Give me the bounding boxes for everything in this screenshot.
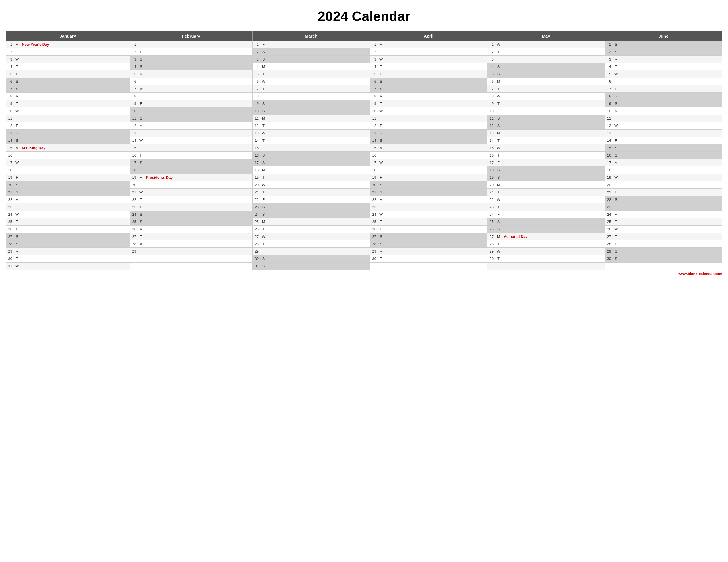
- table-row: 9T9F9S9T9T9S: [6, 100, 722, 107]
- jan-day-event: [20, 100, 130, 107]
- apr-day-event: [384, 130, 487, 137]
- jun-day-event: [619, 122, 722, 130]
- jan-day-event: [20, 255, 130, 263]
- feb-day-letter: S: [138, 211, 144, 218]
- jan-day-event: [20, 167, 130, 174]
- feb-day-num: 7: [130, 85, 138, 93]
- apr-day-num: 4: [370, 63, 378, 71]
- may-day-event: [502, 78, 605, 85]
- may-day-letter: W: [495, 93, 502, 100]
- jun-day-letter: F: [613, 189, 619, 196]
- mar-day-num: 14: [252, 137, 260, 144]
- mar-day-letter: M: [260, 218, 267, 226]
- feb-day-event: [144, 263, 253, 270]
- apr-day-letter: T: [378, 63, 384, 71]
- jan-day-num: 16: [6, 152, 14, 159]
- feb-day-letter: S: [138, 107, 144, 115]
- feb-day-letter: T: [138, 181, 144, 189]
- apr-day-num: 18: [370, 167, 378, 174]
- table-row: 13S13T13W13S13M13T: [6, 130, 722, 137]
- mar-day-letter: S: [260, 159, 267, 167]
- jun-day-event: [619, 204, 722, 211]
- table-row: 4T4S4M4T4S4T: [6, 63, 722, 71]
- apr-day-letter: M: [378, 248, 384, 255]
- mar-day-event: [267, 167, 370, 174]
- jan-day-letter: S: [14, 78, 20, 85]
- apr-day-event: [384, 93, 487, 100]
- feb-day-letter: T: [138, 130, 144, 137]
- may-day-num: 13: [487, 130, 495, 137]
- apr-day-letter: W: [378, 56, 384, 63]
- jan-day-event: [20, 48, 130, 56]
- feb-day-num: 12: [130, 122, 138, 130]
- jan-day-letter: M: [14, 144, 20, 152]
- table-row: 28S28W28T28S28T28F: [6, 241, 722, 248]
- mar-day-num: 19: [252, 174, 260, 181]
- feb-day-event: [144, 226, 253, 233]
- jan-day-num: 12: [6, 122, 14, 130]
- feb-day-num: 17: [130, 159, 138, 167]
- mar-day-num: 24: [252, 211, 260, 218]
- jan-day-event: [20, 107, 130, 115]
- feb-day-num: 15: [130, 144, 138, 152]
- apr-day-letter: S: [378, 85, 384, 93]
- apr-day-num: 20: [370, 181, 378, 189]
- mar-day-letter: W: [260, 130, 267, 137]
- jun-day-num: 26: [605, 226, 613, 233]
- mar-day-num: 21: [252, 189, 260, 196]
- jun-day-event: [619, 100, 722, 107]
- feb-day-letter: S: [138, 218, 144, 226]
- month-header-row: January February March April May June: [6, 31, 722, 41]
- mar-day-num: 25: [252, 218, 260, 226]
- mar-day-event: [267, 174, 370, 181]
- feb-day-event: [144, 255, 253, 263]
- jun-day-num: 15: [605, 144, 613, 152]
- jan-day-letter: W: [14, 56, 20, 63]
- feb-day-num: [130, 255, 138, 263]
- mar-day-letter: S: [260, 152, 267, 159]
- may-day-num: 4: [487, 63, 495, 71]
- table-row: 2T2F2S2T2T2S: [6, 48, 722, 56]
- jun-day-num: 6: [605, 78, 613, 85]
- jan-day-letter: M: [14, 41, 20, 48]
- may-day-num: 2: [487, 48, 495, 56]
- apr-day-event: [384, 167, 487, 174]
- mar-day-letter: S: [260, 48, 267, 56]
- mar-day-event: [267, 71, 370, 78]
- feb-day-letter: F: [138, 48, 144, 56]
- jun-day-num: 3: [605, 56, 613, 63]
- table-row: 22M22T22F22M22W22S: [6, 196, 722, 204]
- may-day-event: [502, 204, 605, 211]
- jan-day-num: 15: [6, 144, 14, 152]
- jun-day-letter: W: [613, 226, 619, 233]
- jan-day-letter: S: [14, 181, 20, 189]
- mar-day-letter: T: [260, 226, 267, 233]
- mar-day-letter: S: [260, 56, 267, 63]
- table-row: 26F26M26T26F26S26W: [6, 226, 722, 233]
- table-row: 20S20T20W20S20M20T: [6, 181, 722, 189]
- jun-day-event: [619, 115, 722, 122]
- jun-day-event: [619, 137, 722, 144]
- may-day-event: [502, 263, 605, 270]
- jun-day-num: 7: [605, 85, 613, 93]
- jun-day-event: [619, 174, 722, 181]
- jan-day-event: [20, 152, 130, 159]
- jan-day-event: [20, 248, 130, 255]
- page-title: 2024 Calendar: [6, 9, 722, 24]
- feb-day-letter: S: [138, 115, 144, 122]
- mar-day-event: [267, 144, 370, 152]
- mar-day-num: 31: [252, 263, 260, 270]
- apr-day-letter: T: [378, 152, 384, 159]
- apr-day-letter: [378, 263, 384, 270]
- feb-day-letter: M: [138, 226, 144, 233]
- apr-day-letter: M: [378, 196, 384, 204]
- may-day-event: [502, 218, 605, 226]
- jun-day-num: 16: [605, 152, 613, 159]
- feb-day-num: 10: [130, 107, 138, 115]
- apr-day-letter: T: [378, 100, 384, 107]
- jun-day-num: 28: [605, 241, 613, 248]
- table-row: 30T30S30T30T30S: [6, 255, 722, 263]
- jan-day-num: 24: [6, 211, 14, 218]
- may-day-num: 27: [487, 233, 495, 241]
- may-day-letter: T: [495, 85, 502, 93]
